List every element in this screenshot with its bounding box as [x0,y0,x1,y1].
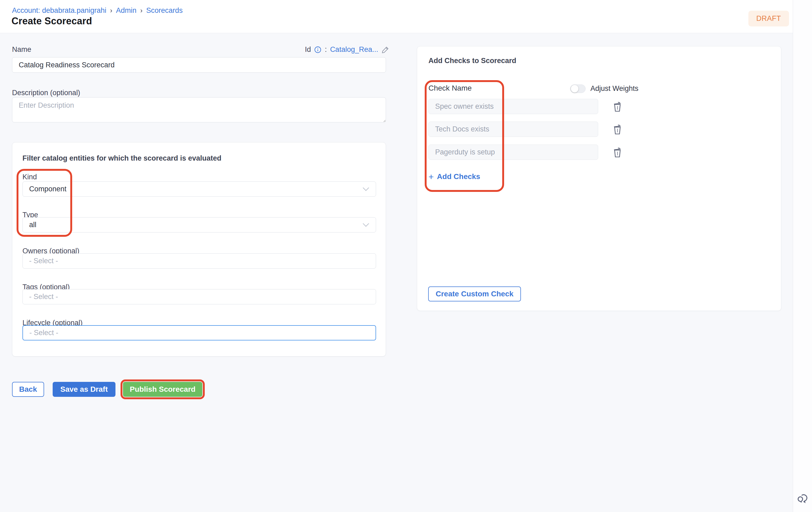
breadcrumb-separator: › [140,7,142,14]
name-label: Name [12,46,31,54]
owners-placeholder: - Select - [29,257,58,265]
kind-value: Component [29,185,66,193]
name-input[interactable] [12,57,386,73]
tags-select[interactable]: - Select - [23,289,376,304]
breadcrumb-account-link[interactable]: Account: debabrata.panigrahi [12,6,106,15]
add-checks-link[interactable]: + Add Checks [429,172,480,181]
page-header: Account: debabrata.panigrahi › Admin › S… [0,0,793,33]
breadcrumb-separator: › [110,7,112,14]
owners-select[interactable]: - Select - [23,253,376,269]
scorecard-id-link[interactable]: Catalog_Rea... [330,46,378,54]
add-checks-label: Add Checks [437,172,480,181]
draft-status-badge: DRAFT [748,11,789,26]
pencil-icon[interactable] [381,46,389,54]
publish-button-wrap: Publish Scorecard [123,382,202,397]
lifecycle-placeholder: - Select - [29,329,58,337]
check-name-input[interactable] [429,122,598,137]
type-select[interactable]: all [23,217,376,233]
add-checks-heading: Add Checks to Scorecard [429,57,516,65]
check-row [429,122,648,137]
delete-check-button[interactable] [613,123,623,135]
delete-check-button[interactable] [613,100,623,113]
add-checks-card: Add Checks to Scorecard Check Name Adjus… [417,46,781,311]
adjust-weights-toggle[interactable] [570,85,586,93]
back-button[interactable]: Back [12,382,44,397]
lifecycle-select[interactable]: - Select - [23,325,376,340]
plus-icon: + [429,172,434,181]
breadcrumb: Account: debabrata.panigrahi › Admin › S… [12,6,183,15]
help-rail [793,0,812,512]
adjust-weights-label: Adjust Weights [590,85,639,93]
check-name-input[interactable] [429,145,598,160]
scorecard-id-row: Id : Catalog_Rea... [305,46,389,54]
toggle-knob [571,85,578,92]
description-label: Description (optional) [12,89,80,97]
name-id-row: Name Id : Catalog_Rea... [12,46,389,54]
kind-select[interactable]: Component [23,181,376,197]
check-name-column-header: Check Name [429,84,472,92]
breadcrumb-scorecards-link[interactable]: Scorecards [146,6,183,15]
create-scorecard-page: Account: debabrata.panigrahi › Admin › S… [0,0,812,512]
type-value: all [29,221,36,229]
info-icon[interactable] [314,46,322,54]
kind-label: Kind [23,173,37,181]
publish-scorecard-button[interactable]: Publish Scorecard [123,382,202,397]
breadcrumb-admin-link[interactable]: Admin [116,6,137,15]
create-custom-check-button[interactable]: Create Custom Check [428,287,521,301]
save-as-draft-button[interactable]: Save as Draft [53,382,115,397]
page-title: Create Scorecard [11,16,92,27]
chevron-down-icon [362,223,369,227]
check-row [429,99,648,114]
description-textarea[interactable] [12,97,386,122]
tags-placeholder: - Select - [29,293,58,301]
filter-heading: Filter catalog entities for which the sc… [23,154,221,162]
chat-bubbles-icon[interactable] [796,492,809,505]
check-row [429,145,648,160]
id-label: Id [305,46,311,54]
filter-card: Filter catalog entities for which the sc… [12,142,386,357]
delete-check-button[interactable] [613,146,623,158]
check-name-input[interactable] [429,99,598,114]
id-colon: : [325,46,327,54]
chevron-down-icon [362,187,369,191]
